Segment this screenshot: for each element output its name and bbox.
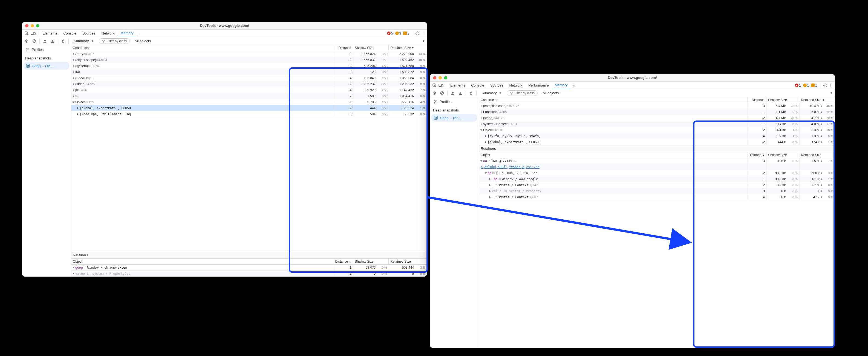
kebab-icon[interactable]: ⋮ — [828, 83, 833, 88]
memory-toolbar: Summary▼ Filter by class All objects ▼ — [430, 89, 835, 97]
download-icon[interactable] — [458, 91, 463, 95]
table-row[interactable]: oa in lKa @177115 ▭3128 B0 %1.5 MB7 % — [479, 158, 835, 164]
maximize-icon[interactable] — [36, 24, 39, 27]
sidebar-profiles[interactable]: Profiles — [22, 46, 71, 53]
table-row[interactable]: _hd in Window / www.google139.8 kB0 %131… — [479, 176, 835, 182]
table-row[interactable]: _ in system / Context @607436 B0 %476 B0… — [479, 194, 835, 200]
tab-elements[interactable]: Elements — [40, 30, 60, 37]
minimize-icon[interactable] — [31, 24, 34, 27]
issue-count[interactable]: !2 — [403, 31, 409, 35]
sidebar-profiles[interactable]: Profiles — [430, 98, 479, 106]
table-row[interactable]: value in system / Property30 B0 %0 B0 % — [479, 188, 835, 194]
tab-elements[interactable]: Elements — [447, 82, 468, 89]
rcol-shallow[interactable]: Shallow Size — [767, 152, 799, 158]
sidebar-snapshot-item[interactable]: Snap… (16.… — [24, 62, 69, 69]
table-row[interactable]: Function ×34385—1.1 MB5 %5.0 MB22 % — [479, 109, 835, 115]
close-icon[interactable] — [25, 24, 28, 27]
table-row[interactable]: (compiled code) ×10717636.4 MB28 %10.4 M… — [479, 103, 835, 109]
tab-memory[interactable]: Memory — [552, 82, 570, 89]
gear-icon[interactable] — [823, 83, 828, 88]
error-count[interactable]: ✕5 — [387, 31, 393, 35]
col-shallow[interactable]: Shallow Size — [353, 45, 389, 51]
tab-network[interactable]: Network — [99, 30, 118, 37]
table-row[interactable]: goog in Window / chrome-exten153 4760 %5… — [71, 265, 427, 271]
table-row[interactable]: {sy1fu, sy2ly, sy39n, sy4fm,4197 kB1 %1.… — [479, 133, 835, 139]
scope-dropdown[interactable]: All objects — [540, 90, 561, 95]
maximize-icon[interactable] — [444, 76, 447, 80]
scope-dropdown[interactable]: All objects — [132, 38, 153, 43]
rcol-shallow[interactable]: Shallow Size — [353, 259, 389, 264]
device-icon[interactable] — [30, 30, 36, 36]
tab-memory[interactable]: Memory — [118, 30, 136, 37]
snapshot-icon — [26, 63, 30, 68]
inspect-icon[interactable] — [431, 83, 437, 88]
table-row[interactable]: {NodeType, HtmlElement, Tag35040 %53 632… — [71, 111, 427, 117]
issue-count[interactable]: !1 — [811, 84, 817, 87]
chevron-down-icon[interactable]: ▼ — [830, 91, 833, 94]
table-row[interactable]: (object shape) ×3040421 555 0329 %1 592 … — [71, 57, 427, 63]
table-row[interactable]: {global, exportPath_, CLOSU24440 %173 52… — [71, 105, 427, 111]
sidebar-snapshot-item[interactable]: Snap… (22.… — [431, 114, 477, 122]
view-dropdown[interactable]: Summary▼ — [479, 90, 504, 95]
upload-icon[interactable] — [42, 39, 48, 43]
col-constructor[interactable]: Constructor — [479, 97, 747, 103]
gear-icon[interactable] — [415, 31, 420, 36]
table-row[interactable]: Array ×4349721 256 0248 %2 220 00013 % — [71, 51, 427, 57]
tab-console[interactable]: Console — [468, 82, 487, 89]
warning-count[interactable]: !1 — [803, 84, 809, 87]
table-row[interactable]: {SdcwHb} ×84203 0401 %1 369 0848 % — [71, 75, 427, 81]
table-row[interactable]: {global, exportPath_, CLOSUR2444 B0 %174… — [479, 139, 835, 145]
col-distance[interactable]: Distance — [334, 45, 353, 51]
tab-sources[interactable]: Sources — [80, 30, 98, 37]
minimize-icon[interactable] — [438, 76, 442, 80]
device-icon[interactable] — [438, 83, 444, 88]
rcol-distance[interactable]: Distance▲ — [747, 152, 767, 158]
record-icon[interactable] — [432, 91, 437, 95]
table-row[interactable]: jn ×94364389 9202 %1 147 4327 % — [71, 87, 427, 93]
table-row[interactable]: value in system / PropertyCel200 %00 % — [71, 271, 427, 276]
col-shallow[interactable]: Shallow Size — [767, 97, 799, 103]
col-constructor[interactable]: Constructor — [71, 45, 334, 51]
col-distance[interactable]: Distance — [747, 97, 767, 103]
record-icon[interactable] — [24, 39, 29, 43]
table-row[interactable]: system / Context ×3013—114 kB0 %4.0 MB17… — [479, 121, 835, 127]
table-row[interactable]: (system) ×130702626 2044 %1 571 6809 % — [71, 63, 427, 69]
filter-input[interactable]: Filter by class — [99, 38, 130, 44]
col-retained[interactable]: Retained Size▼ — [389, 45, 427, 51]
rcol-retained[interactable]: Retained Size — [799, 152, 835, 158]
rcol-object[interactable]: Object — [479, 152, 747, 158]
close-icon[interactable] — [433, 76, 436, 80]
warning-count[interactable]: !9 — [395, 31, 401, 35]
col-retained[interactable]: Retained Size▼ — [799, 97, 835, 103]
rcol-retained[interactable]: Retained Size — [389, 259, 427, 264]
table-row[interactable]: c,dtl0hd,eHDfl,YV5bee,d,csi:753 — [479, 164, 835, 170]
table-row[interactable]: _ in system / Context @14228.2 kB0 %1.7 … — [479, 182, 835, 188]
tab-performance[interactable]: Performance — [526, 82, 551, 89]
clear-icon[interactable] — [440, 91, 444, 95]
more-tabs-icon[interactable]: » — [571, 84, 576, 87]
rcol-distance[interactable]: Distance▲ — [334, 259, 353, 264]
download-icon[interactable] — [50, 39, 55, 43]
clear-icon[interactable] — [32, 39, 37, 43]
table-row[interactable]: (string) ×4725321 295 2328 %1 295 2328 % — [71, 81, 427, 87]
kebab-icon[interactable]: ⋮ — [421, 31, 425, 36]
rcol-object[interactable]: Object — [71, 259, 334, 264]
table-row[interactable]: S71 5800 %1 054 4166 % — [71, 93, 427, 99]
table-row[interactable]: (string) ×4317024.7 MB20 %4.7 MB20 % — [479, 115, 835, 121]
tab-console[interactable]: Console — [61, 30, 79, 37]
view-dropdown[interactable]: Summary▼ — [71, 38, 96, 43]
tab-network[interactable]: Network — [507, 82, 525, 89]
upload-icon[interactable] — [450, 91, 455, 95]
error-count[interactable]: ✕1 — [795, 84, 801, 87]
inspect-icon[interactable] — [24, 30, 30, 36]
table-row[interactable]: lKa31280 %1 509 8729 % — [71, 69, 427, 75]
more-tabs-icon[interactable]: » — [136, 31, 142, 35]
table-row[interactable]: Object ×1195285 7081 %660 1164 % — [71, 99, 427, 105]
table-row[interactable]: Object ×16182321 kB1 %2.3 MB10 % — [479, 127, 835, 133]
chevron-down-icon[interactable]: ▼ — [422, 39, 425, 42]
tab-sources[interactable]: Sources — [488, 82, 506, 89]
gc-icon[interactable] — [61, 39, 66, 43]
gc-icon[interactable] — [469, 91, 473, 95]
table-row[interactable]: Xd in {FOc, HOa, VC, jo, Sbd298.3 kB0 %6… — [479, 170, 835, 176]
filter-input[interactable]: Filter by class — [507, 90, 537, 96]
